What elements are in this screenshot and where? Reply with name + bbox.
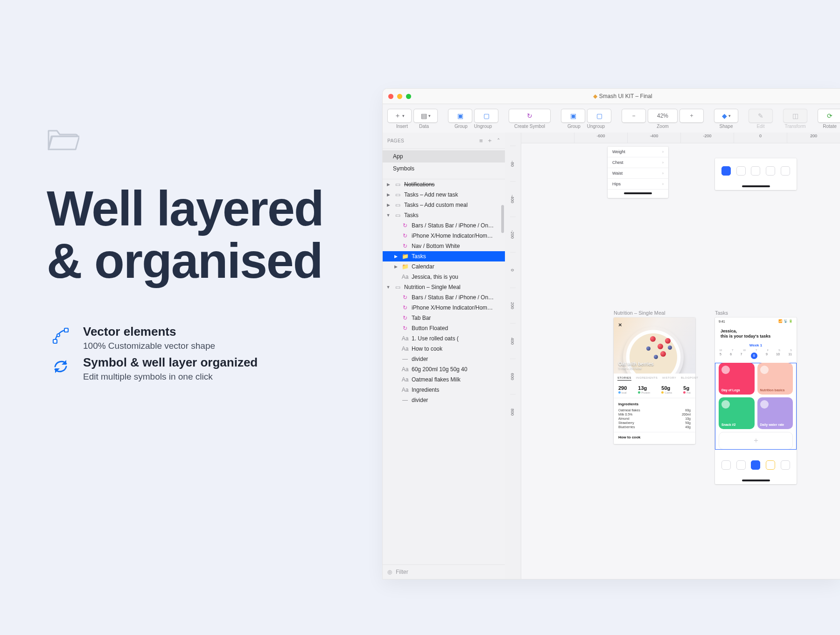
sync-icon xyxy=(49,355,72,378)
edit-button[interactable]: ✎ xyxy=(749,109,773,123)
layer-row[interactable]: ↻Bars / Status Bar / iPhone / On… xyxy=(383,220,505,231)
zoom-in-button[interactable]: ＋ xyxy=(679,109,704,123)
dates-row[interactable]: 567891011 xyxy=(715,352,797,363)
data-button[interactable]: ▤▾ xyxy=(413,109,438,123)
layer-row[interactable]: Aa1. Use rolled oats ( xyxy=(383,333,505,344)
pages-list: AppSymbols xyxy=(383,149,505,176)
group2-button[interactable]: ▣ xyxy=(561,109,585,123)
canvas[interactable]: 🔒 -600-400-2000200 -80-400-2000200400600… xyxy=(505,133,840,579)
sym-icon: ↻ xyxy=(401,233,409,239)
task-card[interactable]: Daily water rate xyxy=(757,397,793,429)
task-card[interactable]: Snack #2 xyxy=(719,397,755,429)
menu-item[interactable]: Chest xyxy=(608,157,668,168)
layer-row[interactable]: AaHow to cook xyxy=(383,344,505,354)
macros-row: 290kcal13gProtein50gCarbs5gFat xyxy=(614,383,695,398)
meal-image: × Oat with berries5 min • 290 kcal xyxy=(614,318,695,374)
add-page-icon[interactable]: ＋ xyxy=(487,136,493,145)
menu-item[interactable]: Weight xyxy=(608,147,668,157)
ungroup2-button[interactable]: ▢ xyxy=(587,109,611,123)
artboard-tabbar[interactable] xyxy=(715,158,797,190)
home-indicator xyxy=(742,480,770,481)
tab-icon xyxy=(766,460,775,470)
layer-row[interactable]: ↻Button Floated xyxy=(383,323,505,333)
artboard-nutrition[interactable]: × Oat with berries5 min • 290 kcal STORI… xyxy=(614,318,695,444)
svg-rect-0 xyxy=(53,339,57,343)
nutrition-tabs[interactable]: STORIESINGREDIENTSHISTORYBLOGPOST xyxy=(614,374,695,383)
group-button[interactable]: ▣ xyxy=(448,109,472,123)
layer-row[interactable]: AaOatmeal flakes Milk xyxy=(383,374,505,385)
week-label[interactable]: Week 1 xyxy=(715,343,797,347)
ingredients: Ingredients Oatmeal flakes60gMilk 0.5%20… xyxy=(614,398,695,432)
close-window-button[interactable] xyxy=(388,94,393,99)
artboard-menu[interactable]: WeightChestWaistHips xyxy=(608,147,668,198)
svg-rect-1 xyxy=(64,328,68,332)
shape-button[interactable]: ◆▾ xyxy=(714,109,738,123)
layer-row[interactable]: AaJessica, this is you xyxy=(383,272,505,282)
layer-row[interactable]: AaIngredients xyxy=(383,385,505,395)
scrollbar-thumb[interactable] xyxy=(501,205,504,233)
how-to-cook: How to cook xyxy=(614,432,695,444)
promo-title: Well layered& organised xyxy=(47,182,434,287)
tab-icon xyxy=(721,460,731,470)
page-item[interactable]: Symbols xyxy=(383,162,505,175)
layer-row[interactable]: ▶▭Notifications xyxy=(383,179,505,190)
menu-item[interactable]: Waist xyxy=(608,168,668,179)
ruler-vertical[interactable]: -80-400-2000200400600800 xyxy=(505,133,521,579)
layer-row[interactable]: —divider xyxy=(383,354,505,364)
minimize-window-button[interactable] xyxy=(397,94,402,99)
sym-icon: ↻ xyxy=(401,243,409,249)
zoom-value[interactable]: 42% xyxy=(648,109,678,123)
add-card-button[interactable]: ＋ xyxy=(719,432,793,450)
svg-point-2 xyxy=(57,334,60,337)
layer-row[interactable]: ▶📁Calendar xyxy=(383,261,505,272)
toolbar: ＋▾ ▤▾ Insert Data ▣ ▢ Group Ungroup xyxy=(383,104,840,134)
pages-menu-icon[interactable]: ≡ xyxy=(479,137,483,144)
menu-item[interactable]: Hips xyxy=(608,179,668,190)
ruler-horizontal[interactable]: -600-400-2000200 xyxy=(521,133,840,143)
transform-button[interactable]: ◫ xyxy=(783,109,807,123)
layer-row[interactable]: —divider xyxy=(383,395,505,405)
folder-icon xyxy=(47,121,434,159)
txt-icon: Aa xyxy=(401,335,409,342)
task-card[interactable]: Day of Legs xyxy=(719,363,755,395)
collapse-pages-icon[interactable]: ˄ xyxy=(497,137,501,144)
layer-row[interactable]: ▶▭Tasks – Add new task xyxy=(383,190,505,200)
ungroup-button[interactable]: ▢ xyxy=(474,109,498,123)
zoom-window-button[interactable] xyxy=(406,94,411,99)
layer-row[interactable]: ↻Bars / Status Bar / iPhone / On… xyxy=(383,292,505,303)
txt-icon: Aa xyxy=(401,376,409,383)
home-indicator xyxy=(742,185,770,187)
document-title: Smash UI KIT – Final xyxy=(411,93,834,99)
artboard-label[interactable]: Nutrition – Single Meal xyxy=(614,310,665,316)
fold-icon: 📁 xyxy=(401,263,409,270)
layer-row[interactable]: Aa60g 200ml 10g 50g 40 xyxy=(383,364,505,374)
artboard-tasks[interactable]: 9:41📶 📡 🔋 Jessica, this is your today's … xyxy=(715,318,797,484)
tasks-cards[interactable]: Day of LegsNutrition basicsSnack #2Daily… xyxy=(715,363,797,450)
page-item[interactable]: App xyxy=(383,150,505,162)
layer-row[interactable]: ↻Nav / Bottom White xyxy=(383,241,505,251)
layer-row[interactable]: ▼▭Tasks xyxy=(383,210,505,220)
layer-row[interactable]: ▶📁Tasks xyxy=(383,251,505,261)
rotate-button[interactable]: ⟳ xyxy=(818,109,840,123)
fold-icon: 📁 xyxy=(401,253,409,260)
txt-icon: Aa xyxy=(401,274,409,280)
layer-filter[interactable]: ◎ Filter xyxy=(383,564,505,579)
sym-icon: ↻ xyxy=(401,222,409,229)
layer-row[interactable]: ↻iPhone X/Home Indicator/Hom… xyxy=(383,231,505,241)
create-symbol-button[interactable]: ↻ xyxy=(509,109,551,123)
artboard-label[interactable]: Tasks xyxy=(715,310,728,316)
sym-icon: ↻ xyxy=(401,315,409,321)
close-icon[interactable]: × xyxy=(618,321,622,328)
layers-list: ▶▭Notifications▶▭Tasks – Add new task▶▭T… xyxy=(383,179,505,564)
layer-row[interactable]: ↻iPhone X/Home Indicator/Hom… xyxy=(383,303,505,313)
layer-row[interactable]: ↻Tab Bar xyxy=(383,313,505,323)
ln-icon: — xyxy=(401,356,409,362)
layer-row[interactable]: ▼▭Nutrition – Single Meal xyxy=(383,282,505,292)
zoom-out-button[interactable]: − xyxy=(622,109,646,123)
tab-icon xyxy=(781,166,790,176)
insert-button[interactable]: ＋▾ xyxy=(387,109,412,123)
sym-icon: ↻ xyxy=(401,304,409,311)
layer-row[interactable]: ▶▭Tasks – Add custom meal xyxy=(383,200,505,210)
feature-vector: Vector elements 100% Customizable vector… xyxy=(47,325,434,335)
task-card[interactable]: Nutrition basics xyxy=(757,363,793,395)
